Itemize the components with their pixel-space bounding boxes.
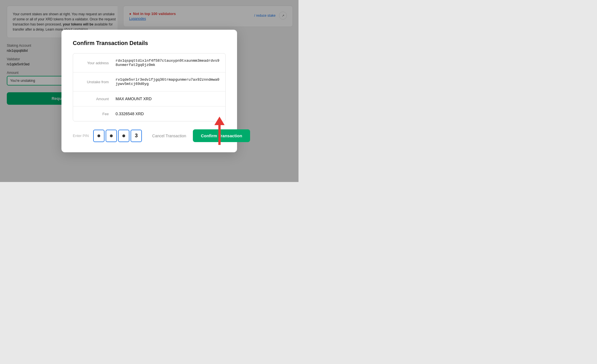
your-address-row: Your address rdx1qspqttdlxlnf4f587ctauxy… (73, 53, 225, 72)
amount-row: Amount MAX AMOUNT XRD (73, 91, 225, 106)
pin-digit-4: 3 (135, 133, 138, 139)
fee-label: Fee (79, 112, 116, 116)
pin-boxes[interactable]: 3 (93, 130, 142, 142)
pin-box-4[interactable]: 3 (131, 130, 142, 142)
fee-value: 0.3326548 XRD (116, 112, 144, 116)
unstake-from-label: Unstake from (79, 80, 116, 84)
transaction-details-box: Your address rdx1qspqttdlxlnf4f587ctauxy… (73, 53, 226, 121)
amount-detail-value: MAX AMOUNT XRD (116, 97, 152, 101)
actions-row: Enter PIN 3 Cancel Transaction Confirm T… (73, 129, 226, 142)
fee-row: Fee 0.3326548 XRD (73, 106, 225, 121)
your-address-value: rdx1qspqttdlxlnf4f587ctauxypn9txaunmm3me… (116, 59, 220, 67)
modal-title: Confirm Transaction Details (73, 40, 226, 46)
confirm-transaction-modal: Confirm Transaction Details Your address… (61, 30, 237, 152)
pin-dot-2 (110, 134, 113, 137)
your-address-label: Your address (79, 61, 116, 65)
modal-overlay: Confirm Transaction Details Your address… (0, 0, 298, 182)
unstake-from-value: rv1qde5vrlr3edvlfjgq36trmapgunmeru7ax92z… (116, 78, 220, 86)
pin-box-2[interactable] (106, 130, 117, 142)
pin-dot-1 (97, 134, 100, 137)
unstake-from-row: Unstake from rv1qde5vrlr3edvlfjgq36trmap… (73, 72, 225, 91)
confirm-transaction-button[interactable]: Confirm Transaction (193, 129, 250, 142)
amount-detail-label: Amount (79, 97, 116, 101)
pin-label: Enter PIN (73, 134, 89, 138)
cancel-transaction-button[interactable]: Cancel Transaction (149, 134, 189, 138)
pin-box-3[interactable] (118, 130, 129, 142)
pin-box-1[interactable] (93, 130, 105, 142)
pin-dot-3 (122, 134, 125, 137)
